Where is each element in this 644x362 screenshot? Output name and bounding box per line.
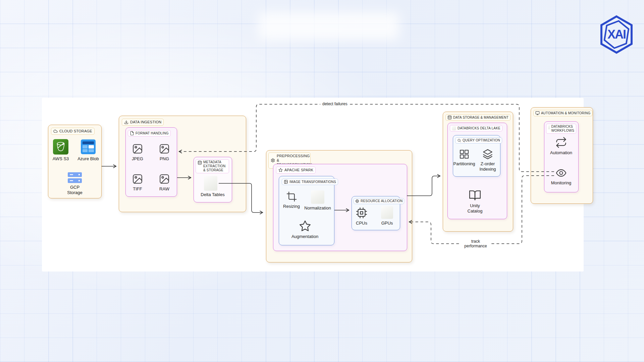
node-augmentation: Augmentation xyxy=(293,220,317,239)
image-icon xyxy=(132,143,143,155)
partitioning-label: Partitioning xyxy=(453,161,475,167)
node-automation: Automation xyxy=(549,136,573,156)
data-storage-title: DATA STORAGE & MANAGEMENT xyxy=(453,116,508,120)
automation-title-pill: AUTOMATION & MONITORING xyxy=(533,110,592,116)
architecture-diagram-page: { "logo": { "text": "XAI" }, "edge_label… xyxy=(0,0,644,362)
data-ingestion-title-pill: DATA INGESTION xyxy=(122,119,164,126)
layers-icon xyxy=(482,148,493,160)
jpeg-label: JPEG xyxy=(132,156,143,162)
node-png: PNG xyxy=(153,143,176,162)
gear-icon xyxy=(271,158,275,163)
resource-allocation-box: RESOURCE ALLOCATION CPUs GPUs xyxy=(352,196,400,230)
image-icon xyxy=(284,180,288,184)
node-jpeg: JPEG xyxy=(126,143,149,162)
database-icon xyxy=(198,161,202,165)
query-optimization-box: QUERY OPTIMIZATION Partitioning Z-order … xyxy=(453,135,500,177)
format-handling-box: FORMAT HANDLING JPEG PNG TIFF RAW xyxy=(125,127,177,197)
gcp-storage-icon xyxy=(68,172,82,183)
xai-logo-text: XAI xyxy=(607,27,626,41)
workflows-box: DATABRICKS WORKFLOWS Automation Monitori… xyxy=(544,121,579,192)
data-storage-title-pill: DATA STORAGE & MANAGEMENT xyxy=(445,114,511,121)
node-partitioning: Partitioning xyxy=(454,149,474,167)
image-icon xyxy=(132,173,143,185)
chip-icon xyxy=(355,199,359,203)
star-icon xyxy=(299,220,311,232)
node-zorder-indexing: Z-order Indexing xyxy=(478,148,498,172)
node-delta-tables: Delta Tables xyxy=(196,192,229,197)
node-unity-catalog: Unity Catalog xyxy=(463,189,487,214)
resource-allocation-title-pill: RESOURCE ALLOCATION xyxy=(354,198,404,204)
monitoring-label: Monitoring xyxy=(551,180,572,186)
node-azure-blob: Azure Blob xyxy=(74,139,102,162)
format-handling-title: FORMAT HANDLING xyxy=(136,131,169,135)
apache-spark-title: APACHE SPARK xyxy=(284,168,313,172)
cloud-storage-box: CLOUD STORAGE AWS S3 Azure Blob GCP Stor… xyxy=(48,125,102,198)
automation-label: Automation xyxy=(550,150,572,156)
node-monitoring: Monitoring xyxy=(549,167,573,186)
workflows-title-pill: DATABRICKS WORKFLOWS xyxy=(546,124,576,134)
repeat-icon xyxy=(555,136,567,148)
node-raw: RAW xyxy=(153,173,176,192)
cloud-storage-title-pill: CLOUD STORAGE xyxy=(51,128,95,135)
gpus-placeholder-image xyxy=(381,206,393,219)
raw-label: RAW xyxy=(159,186,169,192)
crop-icon xyxy=(286,191,297,202)
cpus-label: CPUs xyxy=(356,221,367,226)
monitor-icon xyxy=(535,111,540,115)
resizing-label: Resizing xyxy=(283,204,300,209)
edge-label-detect-failures: detect failures xyxy=(320,101,350,107)
eye-icon xyxy=(554,167,568,179)
resource-allocation-title: RESOURCE ALLOCATION xyxy=(361,199,402,203)
aws-s3-label: AWS S3 xyxy=(53,156,69,162)
delta-lake-title-pill: DATABRICKS DELTA LAKE xyxy=(450,125,502,131)
cloud-icon xyxy=(53,129,58,133)
zorder-indexing-label: Z-order Indexing xyxy=(477,161,498,172)
image-transformations-title-pill: IMAGE TRANSFORMATIONS xyxy=(282,179,338,185)
image-transformations-box: IMAGE TRANSFORMATIONS Resizing Normaliza… xyxy=(279,176,334,245)
image-icon xyxy=(159,143,170,155)
format-handling-title-pill: FORMAT HANDLING xyxy=(128,130,171,136)
data-ingestion-title: DATA INGESTION xyxy=(130,120,161,124)
node-gpus: GPUs xyxy=(377,206,397,226)
delta-tables-placeholder-image xyxy=(204,176,217,191)
cpu-icon xyxy=(356,207,368,219)
azure-blob-label: Azure Blob xyxy=(77,156,99,162)
download-icon xyxy=(124,120,128,124)
workflows-title: DATABRICKS WORKFLOWS xyxy=(551,125,574,133)
metadata-extraction-box: METADATA EXTRACTION & STORAGE Delta Tabl… xyxy=(194,157,232,202)
png-label: PNG xyxy=(160,156,169,162)
aws-s3-icon xyxy=(53,139,68,155)
tiff-label: TIFF xyxy=(133,186,142,192)
book-icon xyxy=(469,189,481,201)
gpus-label: GPUs xyxy=(381,221,393,226)
node-normalization: Normalization xyxy=(306,190,329,211)
grid-icon xyxy=(459,149,470,160)
background-glow xyxy=(258,12,399,40)
metadata-title: METADATA EXTRACTION & STORAGE xyxy=(203,160,227,172)
azure-blob-icon xyxy=(81,139,96,155)
normalization-label: Normalization xyxy=(304,205,331,211)
xai-logo-icon: XAI xyxy=(599,15,634,54)
node-aws-s3: AWS S3 xyxy=(47,139,74,162)
node-gcp-storage: GCP Storage xyxy=(63,172,87,196)
database-icon xyxy=(447,115,452,120)
search-icon xyxy=(457,138,461,142)
image-icon xyxy=(159,173,170,185)
gcp-storage-label: GCP Storage xyxy=(64,185,86,196)
node-resizing: Resizing xyxy=(280,191,303,209)
delta-tables-label: Delta Tables xyxy=(201,192,224,197)
augmentation-label: Augmentation xyxy=(291,234,318,239)
apache-spark-title-pill: APACHE SPARK xyxy=(276,167,316,174)
node-tiff: TIFF xyxy=(126,173,149,192)
workflows-placeholder-icon xyxy=(548,125,550,129)
automation-title: AUTOMATION & MONITORING xyxy=(541,111,590,115)
edge-label-track-performance: track performance xyxy=(460,239,491,249)
file-icon xyxy=(130,131,134,135)
node-cpus: CPUs xyxy=(352,207,371,226)
delta-lake-title: DATABRICKS DELTA LAKE xyxy=(458,126,500,130)
query-optimization-title: QUERY OPTIMIZATION xyxy=(463,138,500,142)
image-transformations-title: IMAGE TRANSFORMATIONS xyxy=(289,180,336,184)
cloud-storage-title: CLOUD STORAGE xyxy=(59,129,92,133)
xai-logo: XAI xyxy=(599,15,634,56)
unity-catalog-label: Unity Catalog xyxy=(464,203,486,214)
